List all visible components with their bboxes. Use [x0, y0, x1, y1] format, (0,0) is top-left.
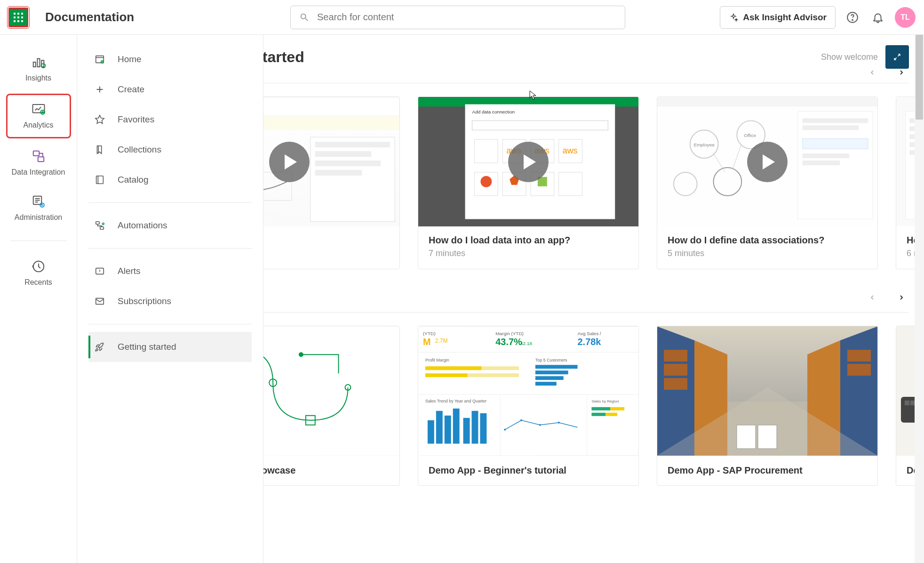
svg-rect-26 [100, 227, 104, 230]
play-icon [508, 142, 549, 182]
svg-text:2.7M: 2.7M [435, 338, 448, 344]
chevron-left-icon [868, 294, 876, 301]
videos-section: ate an app? Add data connectionawsawsaws… [263, 83, 924, 269]
app-title: Demo App - Beginner's tutorial [429, 465, 628, 476]
rail-item-administration[interactable]: Administration [6, 187, 71, 229]
svg-rect-11 [33, 62, 35, 67]
svg-text:Avg Sales /: Avg Sales / [578, 331, 601, 336]
search-input[interactable] [317, 12, 616, 23]
menu-item-home[interactable]: Home [88, 44, 252, 74]
section-rule [263, 83, 909, 83]
svg-point-116 [504, 429, 506, 431]
video-card[interactable]: Add data connectionawsawsaws How do I lo… [418, 97, 639, 269]
menu-item-favorites[interactable]: Favorites [88, 105, 252, 135]
svg-rect-142 [905, 401, 909, 405]
help-button[interactable] [844, 9, 861, 26]
card-body: ate an app? [263, 226, 399, 259]
video-thumbnail [263, 97, 399, 226]
svg-rect-108 [428, 420, 434, 444]
insight-advisor-button[interactable]: Ask Insight Advisor [720, 6, 836, 29]
svg-point-27 [103, 223, 104, 225]
svg-rect-17 [33, 151, 39, 155]
videos-nav [865, 65, 909, 80]
videos-next-button[interactable] [894, 65, 909, 80]
alert-icon [94, 265, 105, 277]
page-title: Documentation [45, 10, 134, 24]
videos-prev-button[interactable] [865, 65, 880, 80]
svg-point-85 [299, 352, 303, 357]
svg-rect-98 [425, 366, 481, 370]
menu-item-create[interactable]: Create [88, 74, 252, 105]
svg-rect-135 [847, 350, 871, 362]
svg-rect-35 [315, 161, 381, 166]
svg-rect-2 [21, 13, 23, 15]
app-body: Visualization Showcase [263, 456, 399, 485]
video-card[interactable]: EmployeeOffice How do I define data asso… [657, 97, 878, 269]
app-title: Visualization Showcase [263, 465, 389, 476]
svg-rect-105 [535, 382, 557, 386]
content-title: started [263, 48, 304, 66]
svg-point-117 [520, 419, 522, 421]
app-card[interactable]: Demo App - SAP Procurement [657, 326, 878, 486]
video-title: ate an app? [263, 235, 389, 246]
svg-rect-25 [96, 222, 99, 225]
svg-text:43.7%: 43.7% [495, 337, 522, 347]
menu-item-catalog[interactable]: Catalog [88, 165, 252, 195]
rail-item-data-integration[interactable]: Data Integration [6, 142, 71, 184]
video-title: How do I load data into an app? [429, 235, 628, 246]
svg-text:Employee: Employee [694, 142, 715, 147]
home-icon [94, 54, 105, 65]
rail-item-recents[interactable]: Recents [6, 252, 71, 294]
app-body: Demo App - Beginner's tutorial [418, 456, 638, 485]
video-card[interactable]: ate an app? [263, 97, 400, 269]
svg-rect-112 [463, 418, 470, 444]
svg-text:Sales Trend by Year and Quarte: Sales Trend by Year and Quarter [425, 399, 486, 403]
menu-item-collections[interactable]: Collections [88, 135, 252, 165]
scrollbar[interactable] [915, 35, 924, 563]
main-content: started Show welcome ate an app? [263, 35, 924, 563]
svg-point-10 [852, 19, 853, 20]
video-duration: 7 minutes [429, 249, 628, 258]
svg-text:M: M [423, 337, 431, 347]
svg-rect-111 [453, 409, 460, 444]
svg-text:2.78k: 2.78k [578, 337, 602, 347]
menu-item-alerts[interactable]: Alerts [88, 256, 252, 286]
app-card[interactable]: (YTD)M2.7MMargin (YTD)43.7%42.18Avg Sale… [418, 326, 639, 486]
search-box[interactable] [290, 6, 625, 29]
bookmark-icon [94, 144, 105, 155]
expand-icon [892, 52, 902, 62]
rail-item-analytics[interactable]: Analytics [6, 94, 71, 138]
svg-rect-102 [535, 365, 578, 369]
menu-item-getting-started[interactable]: Getting started [88, 332, 252, 362]
grid-icon [13, 12, 24, 23]
apps-prev-button[interactable] [865, 290, 880, 305]
svg-rect-30 [263, 97, 399, 116]
insights-icon [31, 55, 46, 70]
content-header: started Show welcome [263, 35, 924, 69]
apps-next-button[interactable] [894, 290, 909, 305]
app-title: Demo App - SAP Procurement [668, 465, 867, 476]
analytics-icon [31, 102, 46, 117]
menu-item-subscriptions[interactable]: Subscriptions [88, 286, 252, 316]
user-avatar[interactable]: TL [895, 7, 916, 28]
automations-icon [94, 220, 105, 231]
top-header: Documentation Ask Insight Advisor TL [0, 0, 924, 35]
svg-rect-33 [315, 142, 390, 147]
menu-divider [88, 202, 252, 203]
app-switcher-button[interactable] [8, 8, 28, 27]
svg-rect-18 [38, 157, 44, 161]
notifications-button[interactable] [869, 9, 886, 26]
bell-icon [872, 11, 884, 24]
app-card[interactable]: kTH DATA Visualization Showcase [263, 326, 400, 486]
card-body: How do I load data into an app? 7 minute… [418, 226, 638, 269]
app-body: Demo App - SAP Procurement [657, 456, 877, 485]
rail-item-insights[interactable]: Insights [6, 48, 71, 90]
svg-rect-77 [263, 327, 399, 456]
menu-item-automations[interactable]: Automations [88, 210, 252, 241]
card-body: How do I define data associations? 5 min… [657, 226, 877, 269]
app-thumbnail [657, 326, 877, 456]
scrollbar-thumb[interactable] [916, 35, 923, 120]
videos-row: ate an app? Add data connectionawsawsaws… [263, 97, 924, 269]
plus-icon [94, 84, 105, 95]
menu-divider [88, 324, 252, 324]
